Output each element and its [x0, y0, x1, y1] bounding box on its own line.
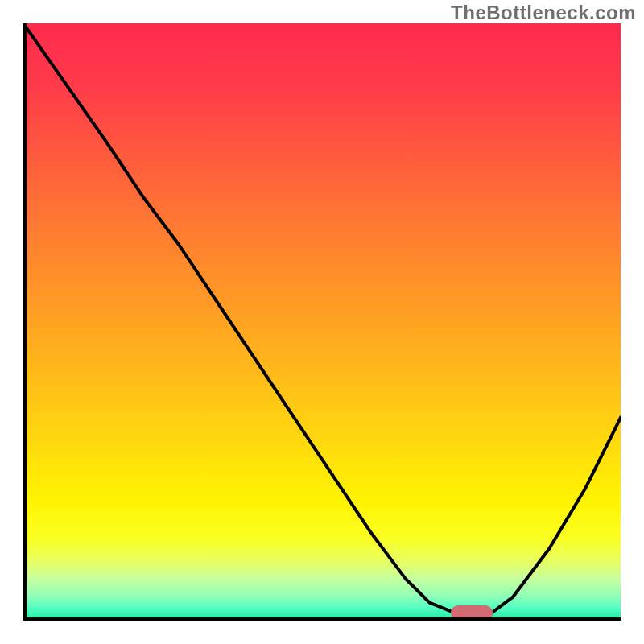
bottleneck-chart: TheBottleneck.com: [0, 0, 644, 644]
optimal-zone-marker: [451, 605, 493, 620]
watermark-text: TheBottleneck.com: [451, 2, 636, 24]
curve-layer: [23, 23, 621, 621]
bottleneck-curve-line: [23, 23, 621, 615]
plot-area: [23, 23, 621, 621]
